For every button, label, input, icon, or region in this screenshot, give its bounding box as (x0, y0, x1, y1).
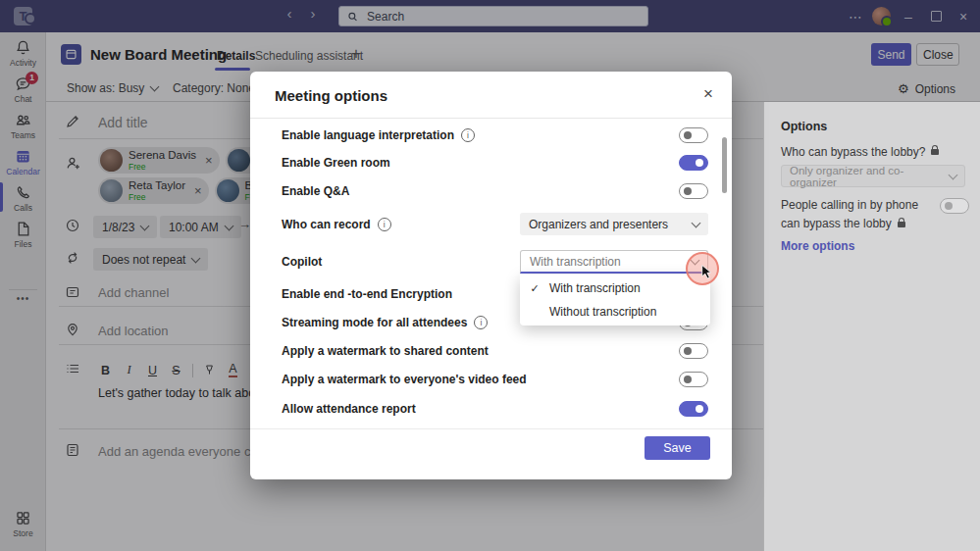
watermark-video-toggle[interactable] (679, 372, 708, 387)
dialog-scrollbar-thumb[interactable] (722, 137, 727, 193)
info-icon[interactable]: i (461, 128, 475, 142)
chevron-down-icon (191, 253, 201, 263)
phone-bypass-row: People calling in by phone can bypass th… (781, 196, 973, 232)
lock-icon (898, 222, 905, 227)
dialog-title: Meeting options (275, 87, 387, 104)
titlebar-more-icon[interactable]: ⋯ (846, 0, 865, 32)
save-button[interactable]: Save (645, 436, 710, 460)
availability-status: Free (129, 163, 196, 172)
availability-status: Free (129, 193, 185, 202)
chevron-down-icon (150, 82, 160, 92)
start-time-picker[interactable]: 10:00 AM (160, 216, 241, 238)
menu-item-without-transcription[interactable]: Without transcription (520, 300, 710, 324)
attendance-report-toggle[interactable] (679, 401, 708, 417)
sidebar-item-files[interactable]: Files (0, 221, 46, 256)
qa-toggle[interactable] (679, 183, 708, 199)
chevron-down-icon (949, 170, 958, 179)
location-icon (65, 322, 80, 337)
tab-details[interactable]: Details (217, 49, 255, 63)
check-icon: ✓ (520, 282, 549, 295)
menu-item-with-transcription[interactable]: ✓ With transcription (520, 276, 710, 300)
bell-icon (0, 39, 46, 57)
maximize-icon (931, 11, 942, 22)
send-button[interactable]: Send (871, 43, 911, 66)
info-icon[interactable]: i (378, 218, 391, 231)
dialog-footer-divider (250, 428, 732, 429)
strikethrough-button[interactable]: S (167, 361, 185, 379)
dialog-header-divider (250, 118, 732, 119)
agenda-icon (65, 442, 80, 458)
bold-button[interactable]: B (96, 361, 115, 379)
tab-scheduling-assistant[interactable]: Scheduling assistant (255, 49, 363, 63)
sidebar-item-calendar[interactable]: Calendar (0, 148, 46, 183)
avatar (228, 149, 250, 172)
repeat-dropdown[interactable]: Does not repeat (93, 248, 208, 271)
clock-icon (65, 218, 80, 233)
chevron-down-icon (224, 221, 233, 230)
window-minimize-button[interactable]: – (900, 0, 917, 32)
remove-attendee-icon[interactable]: × (194, 183, 202, 198)
highlight-icon[interactable] (200, 361, 219, 379)
search-box[interactable] (338, 6, 648, 26)
italic-button[interactable]: I (120, 361, 138, 379)
title-bar: T ‹ › ⋯ – × (0, 0, 980, 32)
nav-forward-icon[interactable]: › (304, 5, 322, 22)
options-panel: Options Who can bypass the lobby? Only o… (763, 102, 980, 551)
teams-window: T ‹ › ⋯ – × Activity 1 Chat Teams Cale (0, 0, 980, 551)
add-title-input[interactable]: Add title (98, 115, 148, 130)
option-row-watermark-content: Apply a watermark to shared content (282, 341, 708, 361)
nav-back-icon[interactable]: ‹ (281, 5, 298, 22)
user-avatar[interactable] (872, 7, 891, 25)
option-row-language-interpretation: Enable language interpretationi (282, 125, 708, 145)
pencil-icon (65, 114, 80, 129)
sidebar-item-teams[interactable]: Teams (0, 112, 46, 147)
gear-icon: ⚙ (898, 81, 909, 96)
dialog-close-icon[interactable]: × (703, 84, 713, 104)
add-location-input[interactable]: Add location (98, 324, 169, 338)
show-as-dropdown[interactable]: Show as: Busy (67, 81, 158, 95)
chat-icon (0, 75, 46, 93)
attendee-chip[interactable]: Reta TaylorFree × (98, 177, 209, 204)
add-channel-input[interactable]: Add channel (98, 285, 169, 300)
remove-attendee-icon[interactable]: × (205, 153, 213, 168)
teams-logo-icon: T (14, 7, 32, 25)
date-picker[interactable]: 1/8/23 (93, 216, 157, 238)
option-row-attendance-report: Allow attendance report (282, 399, 708, 419)
meeting-calendar-icon (61, 44, 81, 65)
sidebar-item-chat[interactable]: 1 Chat (0, 75, 46, 111)
close-button[interactable]: Close (916, 43, 959, 66)
sidebar-divider (9, 289, 37, 290)
options-header-button[interactable]: ⚙ Options (898, 81, 955, 96)
sidebar-item-calls[interactable]: Calls (0, 184, 46, 220)
font-color-button[interactable]: A (224, 361, 242, 379)
chevron-down-icon (691, 255, 700, 265)
underline-button[interactable]: U (143, 361, 162, 379)
channel-icon (65, 284, 80, 300)
search-icon (347, 11, 358, 23)
option-row-watermark-video: Apply a watermark to everyone's video fe… (282, 370, 708, 389)
option-row-qa: Enable Q&A (282, 181, 708, 201)
lobby-dropdown[interactable]: Only organizer and co-organizer (781, 165, 965, 187)
repeat-icon (65, 250, 80, 266)
chevron-down-icon (692, 218, 701, 227)
who-can-record-dropdown[interactable]: Organizers and presenters (520, 213, 708, 235)
sidebar-more-apps[interactable]: ••• (0, 293, 46, 304)
phone-bypass-toggle[interactable] (940, 198, 969, 214)
window-maximize-button[interactable] (927, 0, 945, 32)
green-room-toggle[interactable] (679, 155, 708, 171)
search-input[interactable] (365, 9, 640, 25)
watermark-content-toggle[interactable] (679, 343, 708, 359)
window-close-button[interactable]: × (954, 0, 972, 32)
file-icon (0, 221, 46, 238)
copilot-combobox[interactable]: With transcription (520, 250, 708, 274)
add-tab-button[interactable]: + (351, 44, 361, 64)
attendee-chip[interactable]: Serena DavisFree × (98, 147, 220, 174)
sidebar-item-activity[interactable]: Activity (0, 39, 46, 75)
option-row-green-room: Enable Green room (282, 153, 708, 173)
add-person-icon (65, 155, 81, 172)
more-options-link[interactable]: More options (781, 239, 854, 253)
language-interpretation-toggle[interactable] (679, 127, 708, 143)
sidebar-item-store[interactable]: Store (0, 510, 46, 545)
info-icon[interactable]: i (474, 316, 488, 329)
chat-unread-badge: 1 (26, 72, 38, 84)
